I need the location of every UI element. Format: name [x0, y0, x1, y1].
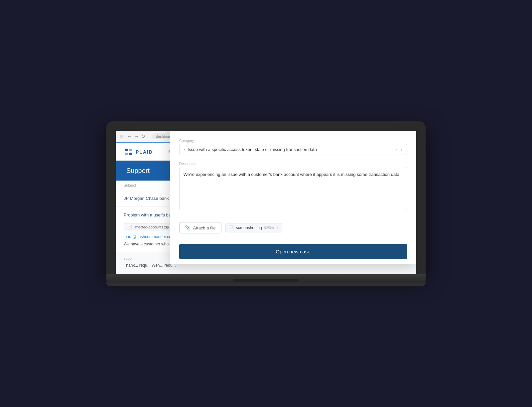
laptop-container: ← → ↻ dashboard.plaid.com/support PLAID — [106, 121, 426, 286]
attach-btn-label: Attach a file — [193, 225, 216, 230]
refresh-icon[interactable]: ↻ — [141, 133, 145, 139]
modal-body: Subject Category × Issue with a specific… — [170, 131, 416, 239]
category-tag: × Issue with a specific access token: st… — [184, 147, 317, 152]
file-chip-name: screenshot.jpg — [236, 225, 262, 230]
modal-backdrop: Subject Category × Issue with a specific… — [170, 131, 416, 274]
category-value: Issue with a specific access token: stal… — [188, 147, 317, 152]
modal-footer: Open new case — [170, 239, 416, 264]
category-controls: × ▾ — [395, 147, 403, 152]
forward-icon[interactable]: → — [134, 133, 139, 139]
attachment-name: affected-accounts.zip — [134, 225, 169, 229]
screen-bezel: ← → ↻ dashboard.plaid.com/support PLAID — [106, 121, 426, 274]
description-field: Description We're experiencing an issue … — [179, 162, 407, 210]
new-case-modal: Subject Category × Issue with a specific… — [170, 131, 416, 264]
svg-rect-3 — [129, 153, 132, 155]
attached-file-chip: 📄 screenshot.jpg 925kb × — [225, 223, 282, 232]
laptop-stand — [106, 282, 426, 286]
svg-rect-2 — [125, 153, 128, 155]
attachment-file-icon: 📄 — [127, 225, 132, 229]
laptop-base — [106, 274, 426, 282]
laptop-hinge — [233, 279, 299, 282]
submit-case-button[interactable]: Open new case — [179, 244, 407, 259]
subject-input[interactable] — [179, 131, 407, 132]
file-chip-remove-icon[interactable]: × — [277, 226, 279, 230]
category-remove-icon[interactable]: × — [184, 148, 186, 152]
plaid-logo-icon — [124, 147, 133, 157]
subject-field: Subject — [179, 131, 407, 132]
svg-rect-0 — [125, 149, 128, 151]
attach-row: 📎 Attach a file 📄 screenshot.jpg 925kb × — [179, 217, 407, 239]
case-email-link[interactable]: laura@cashcommander.com — [124, 234, 175, 239]
category-label: Category — [179, 139, 407, 143]
category-clear-icon[interactable]: × — [395, 147, 398, 152]
description-text: We're experiencing an issue with a custo… — [184, 172, 401, 177]
browser-nav-icons: ← → ↻ — [127, 133, 145, 139]
description-label: Description — [179, 162, 407, 166]
logo: PLAID — [124, 147, 153, 157]
back-icon[interactable]: ← — [127, 133, 132, 139]
browser-traffic-light-1 — [120, 135, 123, 138]
support-page-title: Support — [126, 167, 150, 175]
attach-file-button[interactable]: 📎 Attach a file — [179, 222, 221, 233]
category-field: Category × Issue with a specific access … — [179, 139, 407, 155]
screen-inner: ← → ↻ dashboard.plaid.com/support PLAID — [116, 131, 416, 274]
category-chevron-icon[interactable]: ▾ — [400, 147, 403, 152]
category-select[interactable]: × Issue with a specific access token: st… — [179, 144, 407, 155]
file-chip-icon: 📄 — [229, 225, 234, 230]
text-cursor — [401, 172, 402, 177]
description-textarea[interactable]: We're experiencing an issue with a custo… — [179, 167, 407, 210]
svg-rect-1 — [129, 149, 132, 151]
file-chip-size: 925kb — [264, 226, 274, 230]
logo-text: PLAID — [136, 149, 153, 155]
paperclip-icon: 📎 — [185, 225, 191, 230]
